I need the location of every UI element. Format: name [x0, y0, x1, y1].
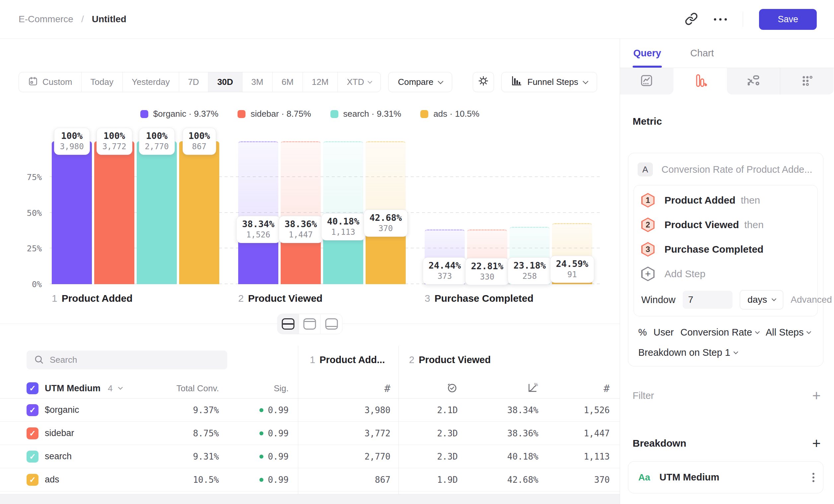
- horizontal-scrollbar-gutter[interactable]: [0, 494, 620, 504]
- bar-sidebar-step1[interactable]: 100%3,772: [94, 141, 134, 284]
- bar-organic-step1[interactable]: 100%3,980: [52, 141, 92, 284]
- count-column-header[interactable]: #: [539, 382, 610, 394]
- breakdown-on-step-select[interactable]: Breakdown on Step 1: [638, 347, 818, 358]
- entity-label[interactable]: User: [654, 327, 674, 338]
- legend-item-ads[interactable]: ads · 10.5%: [420, 109, 479, 119]
- bar-ads-step1[interactable]: 100%867: [179, 141, 219, 284]
- search-icon: [34, 354, 44, 366]
- report-type-insights[interactable]: [620, 68, 674, 94]
- time-to-convert-column-header[interactable]: [391, 382, 458, 395]
- funnel-steps-list: 1Product Addedthen2Product Viewedthen3Pu…: [641, 188, 811, 261]
- step-label-3: 3Purchase Completed: [425, 293, 592, 304]
- add-step-button[interactable]: + Add Step: [641, 261, 811, 286]
- row-checkbox[interactable]: ✓: [26, 428, 39, 439]
- funnel-bar[interactable]: [179, 141, 219, 284]
- compare-button[interactable]: Compare: [388, 72, 452, 92]
- bar-search-step3[interactable]: 23.18%258: [509, 141, 550, 284]
- date-range-controls: CustomTodayYesterday7D30D3M6M12MXTD Comp…: [19, 72, 452, 92]
- table-row-ads[interactable]: ✓ads10.5%0.998671.9D42.68%370: [0, 468, 620, 491]
- breakdown-item-card[interactable]: Aa UTM Medium: [628, 461, 824, 494]
- row-checkbox[interactable]: ✓: [26, 451, 39, 462]
- range-7d[interactable]: 7D: [179, 72, 208, 92]
- row-checkbox[interactable]: ✓: [26, 404, 39, 416]
- significance-dot: [259, 478, 263, 482]
- funnel-bar[interactable]: [52, 141, 92, 284]
- add-breakdown-button[interactable]: +: [812, 436, 821, 451]
- bar-ads-step3[interactable]: 24.59%91: [552, 141, 592, 284]
- save-button[interactable]: Save: [759, 9, 817, 30]
- total-conv-column-header[interactable]: Total Conv.: [153, 383, 219, 394]
- ellipsis-icon: [714, 18, 727, 21]
- conv-rate-column-header[interactable]: %: [458, 382, 539, 395]
- row-checkbox[interactable]: ✓: [26, 474, 39, 486]
- time-to-convert-value: 2.3D: [391, 428, 458, 438]
- legend-item-sidebar[interactable]: sidebar · 8.75%: [238, 109, 311, 119]
- tab-chart[interactable]: Chart: [690, 39, 714, 68]
- step-number: 3: [425, 293, 430, 304]
- bar-search-step1[interactable]: 100%2,770: [137, 141, 177, 284]
- layout-chart-view-button[interactable]: [299, 314, 321, 334]
- range-today[interactable]: Today: [82, 72, 123, 92]
- table-row-sidebar[interactable]: ✓sidebar8.75%0.993,7722.3D38.36%1,447: [0, 422, 620, 445]
- range-12m[interactable]: 12M: [303, 72, 338, 92]
- metric-section-heading: Metric: [633, 116, 824, 127]
- query-step-1[interactable]: 1Product Addedthen: [641, 188, 811, 212]
- query-step-2[interactable]: 2Product Viewedthen: [641, 212, 811, 237]
- report-type-retention[interactable]: [780, 68, 834, 94]
- range-yesterday[interactable]: Yesterday: [123, 72, 179, 92]
- range-30d[interactable]: 30D: [208, 72, 242, 92]
- clock-check-icon: [446, 382, 458, 395]
- query-step-3[interactable]: 3Purchase Completed: [641, 237, 811, 261]
- range-3m[interactable]: 3M: [242, 72, 273, 92]
- window-unit-select[interactable]: days: [740, 290, 783, 310]
- table-row-search[interactable]: ✓search9.31%0.992,7702.3D40.18%1,113: [0, 445, 620, 468]
- count-column-header[interactable]: #: [289, 382, 391, 394]
- layout-table-view-button[interactable]: [321, 314, 342, 334]
- add-step-label: Add Step: [664, 268, 705, 279]
- table-row-organic[interactable]: ✓$organic9.37%0.993,9802.1D38.34%1,526: [0, 398, 620, 422]
- chart-settings-button[interactable]: [473, 72, 494, 92]
- bar-organic-step3[interactable]: 24.44%373: [425, 141, 465, 284]
- advanced-toggle[interactable]: Advanced: [791, 294, 834, 305]
- bar-ads-step2[interactable]: 42.68%370: [366, 141, 406, 284]
- breakdown-item-label: UTM Medium: [659, 472, 719, 483]
- breadcrumb-separator: /: [81, 14, 84, 25]
- metric-series-row[interactable]: A Conversion Rate of Product Adde...: [634, 159, 818, 180]
- select-all-checkbox[interactable]: ✓: [26, 382, 39, 394]
- bottom-panel-icon: [325, 318, 338, 329]
- link-icon: [685, 12, 698, 26]
- bar-sidebar-step3[interactable]: 22.81%330: [467, 141, 507, 284]
- funnel-step-group-1: 100%3,980100%3,772100%2,770100%867: [52, 141, 219, 284]
- window-value-input[interactable]: [683, 291, 732, 309]
- range-xtd[interactable]: XTD: [338, 72, 380, 92]
- breadcrumb-workspace[interactable]: E-Commerce: [19, 14, 73, 25]
- funnel-bar[interactable]: [137, 141, 177, 284]
- search-input[interactable]: [50, 355, 220, 365]
- report-type-funnels[interactable]: [674, 68, 727, 94]
- funnel-chart: 75%50%25%0% 100%3,980100%3,772100%2,7701…: [0, 141, 620, 284]
- funnel-bar[interactable]: [94, 141, 134, 284]
- bar-value-label: 23.18%258: [508, 257, 552, 284]
- bar-percent-value: 24.59%: [556, 259, 589, 269]
- report-title[interactable]: Untitled: [92, 14, 126, 25]
- breakdown-column-header[interactable]: ✓ UTM Medium 4: [26, 382, 153, 394]
- share-link-button[interactable]: [685, 12, 698, 26]
- legend-item-organic[interactable]: $organic · 9.37%: [140, 109, 219, 119]
- legend-item-search[interactable]: search · 9.31%: [330, 109, 401, 119]
- report-type-flows[interactable]: [727, 68, 780, 94]
- bar-sidebar-step2[interactable]: 38.36%1,447: [281, 141, 321, 284]
- bar-search-step2[interactable]: 40.18%1,113: [323, 141, 363, 284]
- metric-type-select[interactable]: Conversion Rate: [680, 327, 759, 338]
- more-options-button[interactable]: [714, 18, 727, 21]
- range-6m[interactable]: 6M: [273, 72, 303, 92]
- steps-scope-select[interactable]: All Steps: [766, 327, 810, 338]
- sig-column-header[interactable]: Sig.: [219, 383, 289, 394]
- chart-type-select[interactable]: Funnel Steps: [501, 72, 597, 92]
- tab-query[interactable]: Query: [633, 39, 661, 68]
- range-custom[interactable]: Custom: [19, 72, 82, 92]
- add-filter-button[interactable]: +: [812, 388, 821, 403]
- kebab-menu-icon[interactable]: [812, 473, 814, 482]
- bar-organic-step2[interactable]: 38.34%1,526: [238, 141, 278, 284]
- layout-split-view-button[interactable]: [278, 314, 299, 334]
- table-search[interactable]: [26, 350, 227, 369]
